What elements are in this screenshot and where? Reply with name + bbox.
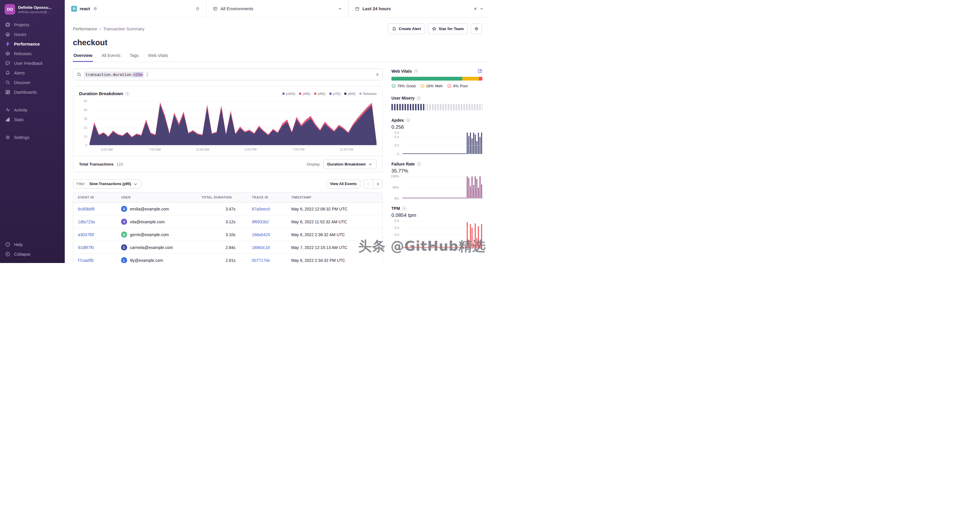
- transaction-settings-button[interactable]: [471, 23, 482, 34]
- breadcrumb-separator: ›: [99, 27, 101, 31]
- project-selector[interactable]: react: [71, 6, 90, 12]
- sidebar-item-performance[interactable]: Performance: [0, 39, 65, 49]
- sidebar-item-settings[interactable]: Settings: [0, 132, 65, 142]
- environment-selector[interactable]: All Environments: [206, 0, 348, 17]
- sidebar-item-label: Help: [14, 242, 23, 247]
- trace-id-link[interactable]: 166a5425: [252, 232, 270, 237]
- sidebar-item-issues[interactable]: Issues: [0, 29, 65, 39]
- chevron-down-icon[interactable]: [480, 7, 484, 11]
- legend-item-p99[interactable]: p99(): [299, 92, 310, 96]
- legend-item-p95[interactable]: p95(): [314, 92, 326, 96]
- sidebar-item-stats[interactable]: Stats: [0, 115, 65, 124]
- clear-time-range-icon[interactable]: ×: [474, 6, 477, 11]
- clear-search-icon[interactable]: ×: [376, 72, 379, 77]
- time-range-selector[interactable]: Last 24 hours ×: [348, 0, 490, 17]
- display-dropdown[interactable]: Duration Breakdown: [323, 159, 377, 169]
- meh-stat: 18%Meh: [420, 84, 442, 88]
- trace-id-link[interactable]: 87a5eecd: [252, 207, 270, 211]
- sidebar-item-discover[interactable]: Discover: [0, 78, 65, 87]
- y-axis-label: 3s: [76, 117, 87, 120]
- help-icon[interactable]: ?: [402, 206, 406, 210]
- sidebar-item-label: Settings: [14, 135, 29, 140]
- help-icon[interactable]: ?: [414, 69, 418, 73]
- legend-item-p50[interactable]: p50(): [344, 92, 356, 96]
- legend-item-p75[interactable]: p75(): [329, 92, 340, 96]
- legend-item-releases[interactable]: Releases: [360, 92, 377, 96]
- failure-rate-chart: 100%50%0%: [391, 176, 482, 199]
- help-icon: ?: [5, 242, 10, 247]
- axis-tick-label: 0.5: [395, 131, 399, 134]
- timestamp: May 6, 2022 2:34:32 PM UTC: [286, 254, 382, 263]
- pagination-prev-button[interactable]: [363, 179, 373, 188]
- trace-id-link[interactable]: 0077170e: [252, 258, 270, 263]
- chevron-down-icon: [133, 182, 138, 186]
- help-icon[interactable]: ?: [417, 162, 421, 166]
- trace-id-link[interactable]: 9f6932b2: [252, 220, 269, 224]
- pagination-next-button[interactable]: [373, 179, 383, 188]
- create-alert-button[interactable]: Create Alert: [388, 23, 425, 34]
- sidebar-item-dashboards[interactable]: Dashboards: [0, 87, 65, 97]
- dashboards-icon: [5, 89, 10, 94]
- sidebar-item-releases[interactable]: Releases: [0, 49, 65, 58]
- user-avatar: L: [121, 257, 127, 263]
- y-axis-label: 0: [76, 143, 87, 147]
- column-header-user[interactable]: USER: [116, 192, 197, 202]
- sidebar-collapse-button[interactable]: Collapse: [0, 249, 65, 259]
- help-icon[interactable]: ?: [406, 118, 410, 122]
- sidebar-item-activity[interactable]: Activity: [0, 105, 65, 115]
- display-label: Display: [307, 162, 320, 166]
- breadcrumb-performance-link[interactable]: Performance: [73, 27, 97, 31]
- tab-all-events[interactable]: All Events: [101, 51, 121, 62]
- event-id-link[interactable]: 91df87f0: [78, 245, 94, 250]
- table-row: 91df87f0 Ccarmela@example.com 2.84s 1898…: [73, 241, 382, 254]
- tab-overview[interactable]: Overview: [73, 51, 93, 62]
- environment-label: All Environments: [221, 6, 253, 11]
- star-for-team-button[interactable]: Star for Team: [428, 23, 468, 34]
- misery-filled-segment: [391, 104, 424, 110]
- performance-icon: [5, 41, 10, 46]
- help-icon[interactable]: ?: [417, 96, 421, 100]
- tab-web-vitals[interactable]: Web Vitals: [148, 51, 169, 62]
- column-header-total-duration[interactable]: TOTAL DURATION: [197, 192, 240, 202]
- legend-item-p100[interactable]: p100(): [282, 92, 296, 96]
- timestamp: May 7, 2022 12:15:13 AM UTC: [286, 241, 382, 254]
- sidebar-item-label: Releases: [14, 51, 32, 56]
- button-label: Create Alert: [399, 27, 421, 31]
- event-id-link[interactable]: f7caa5fb: [78, 258, 94, 263]
- chevron-left-icon: [366, 182, 371, 186]
- event-id-link[interactable]: a3037f0f: [78, 232, 94, 237]
- search-input[interactable]: transaction.duration:<15m ×: [73, 69, 383, 80]
- sidebar-item-user-feedback[interactable]: User Feedback: [0, 58, 65, 68]
- project-settings-gear-icon[interactable]: [93, 6, 97, 11]
- total-transactions-value: 123: [116, 162, 123, 166]
- column-header-trace-id[interactable]: TRACE ID: [240, 192, 286, 202]
- issues-icon: [5, 32, 10, 37]
- legend-dot: [329, 92, 332, 95]
- column-header-event-id[interactable]: EVENT ID: [73, 192, 116, 202]
- chevron-down-icon: [368, 162, 372, 166]
- duration-breakdown-chart: 5s 4s 3s 2s 1s 0: [89, 101, 377, 145]
- org-switcher[interactable]: DO Definite Opossu... definite-opossum@.…: [0, 0, 65, 20]
- table-row: a3037f0f Ggerrie@example.com 3.10s 166a5…: [73, 228, 382, 241]
- table-row: f7caa5fb Llily@example.com 2.81s 0077170…: [73, 254, 382, 263]
- button-label: View All Events: [330, 182, 357, 186]
- sidebar-item-label: Dashboards: [14, 90, 37, 94]
- section-title: User Misery: [391, 96, 414, 100]
- sidebar-item-projects[interactable]: Projects: [0, 20, 65, 29]
- event-id-link[interactable]: 6c80bbf8: [78, 207, 95, 211]
- filter-label: Filter:: [76, 182, 86, 186]
- trace-id-link[interactable]: 18983c18: [252, 245, 270, 250]
- axis-tick-label: 0.2: [395, 143, 399, 147]
- releases-icon: [5, 51, 10, 56]
- sidebar-item-alerts[interactable]: Alerts: [0, 68, 65, 78]
- topbar: react All Environments Last 24 hours ×: [65, 0, 490, 18]
- tab-tags[interactable]: Tags: [129, 51, 139, 62]
- external-link-icon[interactable]: [477, 69, 482, 73]
- column-header-timestamp[interactable]: TIMESTAMP: [286, 192, 382, 202]
- filter-dropdown[interactable]: Filter: Slow Transactions (p95): [73, 179, 141, 188]
- help-icon[interactable]: ?: [126, 92, 129, 96]
- sidebar-item-help[interactable]: ? Help: [0, 240, 65, 249]
- event-id-link[interactable]: 1dfa723a: [78, 220, 95, 224]
- org-name: Definite Opossu...: [18, 5, 52, 10]
- view-all-events-button[interactable]: View All Events: [326, 179, 360, 188]
